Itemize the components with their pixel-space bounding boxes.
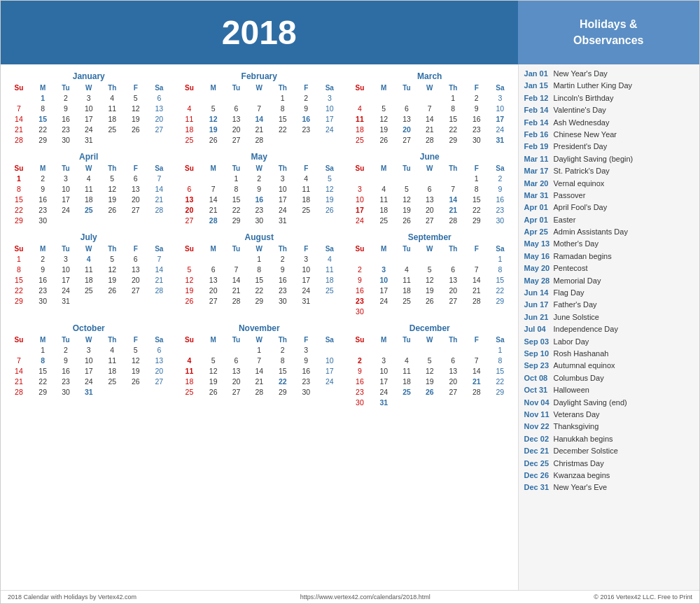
calendar-day: 12 [100,264,124,274]
calendar-day: 19 [100,274,124,285]
calendar-day: 29 [225,215,248,225]
month-block-july: JulySuMTuWThFSa1234567891011121314151617… [5,231,173,318]
calendar-day: 4 [77,173,100,183]
calendar-day: 15 [248,274,271,285]
holiday-item: Jun 21June Solstice [524,312,694,323]
calendar-day: 6 [124,253,147,264]
calendar-day: 30 [55,134,78,145]
month-block-november: NovemberSuMTuWThFSa123456789101112131415… [176,322,344,409]
month-block-october: OctoberSuMTuWThFSa1234567891011121314151… [5,322,173,409]
footer: 2018 Calendar with Holidays by Vertex42.… [1,590,699,603]
calendar-day: 3 [347,183,372,194]
calendar-day: 9 [347,365,372,376]
calendar-day [418,92,441,103]
calendar-day: 15 [271,365,295,376]
holidays-panel: Jan 01New Year's DayJan 15Martin Luther … [518,64,699,590]
calendar-day: 16 [248,194,271,204]
holiday-date: Apr 01 [524,202,554,213]
month-table: SuMTuWThFSa12345678910111213141516171819… [6,164,172,225]
calendar-day: 25 [372,215,396,225]
calendar-day: 4 [372,183,396,194]
calendar-day: 28 [225,295,248,306]
calendar-day [465,253,488,264]
calendar-day: 15 [271,113,295,124]
holiday-name: Pentecost [554,263,588,274]
holiday-item: Jan 01New Year's Day [524,69,694,79]
calendar-day: 17 [318,365,342,376]
calendar-day: 31 [55,295,78,306]
holidays-list: Jan 01New Year's DayJan 15Martin Luther … [519,64,699,590]
holiday-date: Jan 01 [524,69,554,79]
calendar-day: 28 [248,386,271,397]
calendar-day [441,344,465,355]
calendar-day [100,295,124,306]
calendar-day: 24 [77,376,100,386]
calendar-day: 31 [271,215,295,225]
calendar-day: 11 [347,113,372,124]
calendar-day: 14 [225,274,248,285]
calendar-day: 9 [31,264,55,274]
calendar-day: 30 [31,295,55,306]
calendar-day: 3 [488,92,512,103]
calendar-day [202,173,225,183]
calendar-day: 23 [271,285,295,295]
calendar-day: 10 [55,183,78,194]
calendar-day: 6 [177,183,202,194]
calendar-day: 14 [465,365,488,376]
calendar-day: 15 [488,365,512,376]
calendar-day: 28 [202,215,225,225]
calendar-day: 23 [465,124,488,134]
calendar-day: 4 [396,264,419,274]
holiday-date: Feb 12 [524,93,554,104]
calendar-day: 26 [202,386,225,397]
holiday-item: May 20Pentecost [524,263,694,274]
calendar-day: 5 [418,264,441,274]
calendar-day: 31 [488,134,512,145]
holiday-item: Jun 14Flag Day [524,288,694,298]
calendar-day: 30 [31,215,55,225]
calendar-day: 24 [55,204,78,215]
calendar-day [418,397,441,407]
calendar-day: 20 [225,376,248,386]
calendar-day: 22 [6,204,31,215]
calendar-day [100,386,124,397]
calendar-day [202,92,225,103]
calendar-day: 15 [465,194,488,204]
holiday-item: Oct 08Columbus Day [524,373,694,384]
calendar-day [441,306,465,316]
calendar-day: 1 [31,344,55,355]
calendar-day: 26 [318,204,342,215]
holiday-item: Apr 01Easter [524,215,694,225]
calendar-day: 21 [248,124,271,134]
holiday-date: Dec 02 [524,434,554,444]
holiday-item: May 13Mother's Day [524,239,694,249]
calendar-day: 14 [147,183,171,194]
calendar-day: 30 [465,134,488,145]
month-block-august: AugustSuMTuWThFSa12345678910111213141516… [176,231,344,318]
calendar-day: 20 [177,204,202,215]
calendar-day: 12 [202,365,225,376]
calendar-day: 28 [465,295,488,306]
holiday-date: Sep 23 [524,360,554,371]
calendar-day [347,173,372,183]
calendar-day: 8 [271,103,295,113]
calendar-day: 3 [55,173,78,183]
calendar-day: 11 [177,365,202,376]
holiday-date: Nov 22 [524,421,554,432]
calendar-day: 26 [124,124,147,134]
holiday-date: Mar 20 [524,178,554,189]
months-grid: JanuarySuMTuWThFSa1234567891011121314151… [5,70,514,409]
month-block-january: JanuarySuMTuWThFSa1234567891011121314151… [5,70,173,146]
calendar-day: 30 [295,386,318,397]
calendar-day: 13 [418,194,441,204]
calendar-day [465,397,488,407]
calendar-day: 13 [147,355,171,365]
calendar-day: 24 [318,124,342,134]
month-block-may: MaySuMTuWThFSa12345678910111213141516171… [176,150,344,227]
calendar-day: 20 [441,285,465,295]
calendar-day [318,295,342,306]
calendar-day: 11 [372,194,396,204]
calendar-day: 11 [100,103,124,113]
calendar-day [396,306,419,316]
calendar-day: 13 [441,274,465,285]
